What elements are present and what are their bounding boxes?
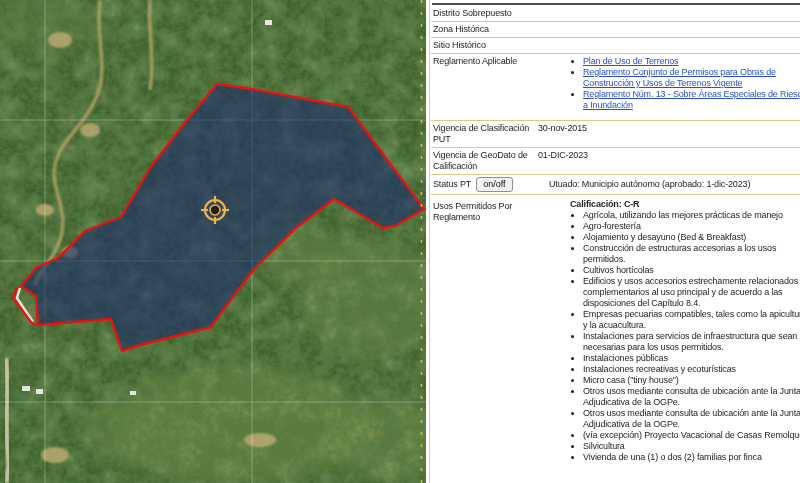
usos-label: Usos Permitidos Por Reglamento xyxy=(433,199,570,463)
list-item: Reglamento Núm. 13 - Sobre Áreas Especia… xyxy=(583,89,800,111)
list-item: Empresas pecuarias compatibles, tales co… xyxy=(583,309,800,331)
row-vigencia-geodato: Vigencia de GeoDato de Calificación 01-D… xyxy=(431,148,800,175)
list-item: Agrícola, utilizando las mejores práctic… xyxy=(583,210,800,221)
road xyxy=(6,358,9,483)
link-plan-uso-terrenos[interactable]: Plan de Uso de Terrenos xyxy=(583,56,678,66)
list-item: Reglamento Conjunto de Permisos para Obr… xyxy=(583,67,800,89)
list-item: Alojamiento y desayuno (Bed & Breakfast) xyxy=(583,232,800,243)
link-reglamento-num13[interactable]: Reglamento Núm. 13 - Sobre Áreas Especia… xyxy=(583,89,800,110)
satellite-map[interactable] xyxy=(0,0,426,483)
usos-list: Agrícola, utilizando las mejores práctic… xyxy=(570,210,800,463)
row-status-pt: Status PT on/off Utuado: Municipio autón… xyxy=(431,175,800,195)
row-sitio-historico: Sitio Histórico xyxy=(431,38,800,54)
panel-top-border xyxy=(432,3,800,5)
reglamento-label: Reglamento Aplicable xyxy=(433,54,570,111)
list-item: Otros usos mediante consulta de ubicació… xyxy=(583,386,800,408)
list-item: Otros usos mediante consulta de ubicació… xyxy=(583,408,800,430)
vigencia-geodato-label: Vigencia de GeoDato de Calificación xyxy=(433,150,534,172)
reglamento-links-list: Plan de Uso de Terrenos Reglamento Conju… xyxy=(570,56,800,111)
list-item: Construcción de estructuras accesorias a… xyxy=(583,243,800,265)
list-item: Vivienda de una (1) o dos (2) familias p… xyxy=(583,452,800,463)
row-label: Zona Histórica xyxy=(433,24,489,34)
list-item: Instalaciones públicas xyxy=(583,353,800,364)
vigencia-geodato-value: 01-DIC-2023 xyxy=(534,150,588,172)
row-distrito-sobrepuesto: Distrito Sobrepuesto xyxy=(431,6,800,22)
list-item: Silvicultura xyxy=(583,441,800,452)
link-reglamento-conjunto[interactable]: Reglamento Conjunto de Permisos para Obr… xyxy=(583,67,776,88)
list-item: Instalaciones recreativas y ecoturística… xyxy=(583,364,800,375)
map-canvas xyxy=(0,0,426,483)
vigencia-put-label: Vigencia de Clasificación PUT xyxy=(433,123,534,145)
list-item: Edificios y usos accesorios estrechament… xyxy=(583,276,800,309)
row-usos-permitidos: Usos Permitidos Por Reglamento Calificac… xyxy=(431,195,800,463)
status-onoff-button[interactable]: on/off xyxy=(476,177,512,192)
row-label: Sitio Histórico xyxy=(433,40,486,50)
row-label: Distrito Sobrepuesto xyxy=(433,8,512,18)
calificacion-heading: Calificación: C-R xyxy=(570,199,800,210)
status-pt-label: Status PT xyxy=(433,179,471,190)
row-vigencia-clasificacion: Vigencia de Clasificación PUT 30-nov-201… xyxy=(431,121,800,148)
list-item: Instalaciones para servicios de infraest… xyxy=(583,331,800,353)
parcel-info-panel: Distrito Sobrepuesto Zona Histórica Siti… xyxy=(431,0,800,483)
map-panel-divider xyxy=(426,0,430,483)
status-pt-value: Utuado: Municipio autónomo (aprobado: 1-… xyxy=(549,179,750,190)
list-item: Agro-forestería xyxy=(583,221,800,232)
vigencia-put-value: 30-nov-2015 xyxy=(534,123,587,145)
list-item: Cultivos hortícolas xyxy=(583,265,800,276)
list-item: Plan de Uso de Terrenos xyxy=(583,56,800,67)
row-zona-historica: Zona Histórica xyxy=(431,22,800,38)
list-item: Micro casa ("tiny house") xyxy=(583,375,800,386)
row-reglamento-aplicable: Reglamento Aplicable Plan de Uso de Terr… xyxy=(431,54,800,121)
list-item: (vía excepción) Proyecto Vacacional de C… xyxy=(583,430,800,441)
